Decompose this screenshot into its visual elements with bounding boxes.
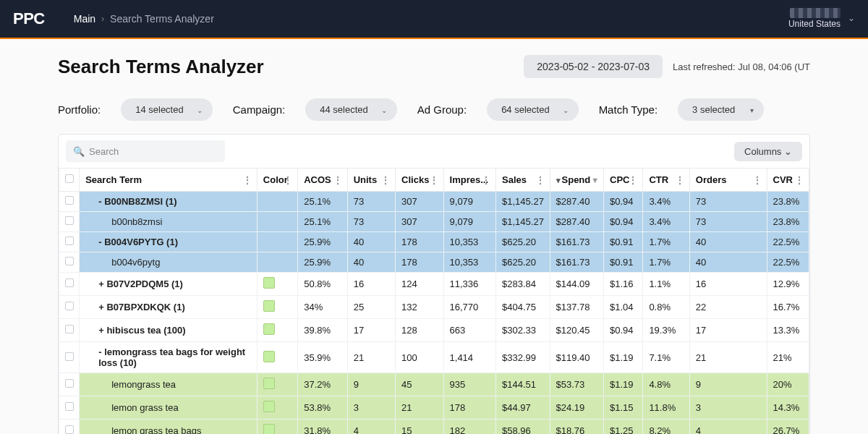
row-checkbox[interactable]: [59, 212, 80, 232]
cell-acos: 34%: [298, 296, 347, 319]
header-cpc[interactable]: CPC⋮: [604, 169, 643, 192]
chevron-down-icon: ⌄: [784, 146, 792, 157]
cell-impressions: 182: [443, 420, 495, 435]
row-checkbox[interactable]: [59, 192, 80, 212]
cell-acos: 25.1%: [298, 192, 347, 212]
table-row[interactable]: - B00NB8ZMSI (1)25.1%733079,079$1,145.27…: [59, 192, 809, 212]
table-row[interactable]: lemongrass tea37.2%945935$144.51$53.73$1…: [59, 373, 809, 396]
cell-spend: $144.09: [550, 273, 604, 296]
table-row[interactable]: + B07BPXDKQK (1)34%2513216,770$404.75$13…: [59, 296, 809, 319]
table-row[interactable]: - B004V6PYTG (1)25.9%4017810,353$625.20$…: [59, 232, 809, 252]
header-impressions[interactable]: Impres...⋮: [443, 169, 495, 192]
table-row[interactable]: b00nb8zmsi25.1%733079,079$1,145.27$287.4…: [59, 212, 809, 232]
cell-cvr: 20%: [767, 373, 809, 396]
date-range-picker[interactable]: 2023-05-02 - 2023-07-03: [524, 55, 663, 78]
account-name-blurred: [790, 8, 841, 18]
table-row[interactable]: - lemongrass tea bags for weight loss (1…: [59, 342, 809, 373]
search-input[interactable]: 🔍 Search: [66, 140, 225, 162]
row-checkbox[interactable]: [59, 373, 80, 396]
cell-spend: $161.73: [550, 252, 604, 273]
cell-orders: 17: [689, 319, 767, 342]
cell-search-term: b00nb8zmsi: [80, 212, 258, 232]
header-ctr[interactable]: CTR⋮: [643, 169, 689, 192]
more-icon[interactable]: ⋮: [794, 179, 804, 182]
row-checkbox[interactable]: [59, 232, 80, 252]
cell-color: [257, 212, 297, 232]
cell-orders: 4: [689, 420, 767, 435]
cell-units: 40: [347, 252, 395, 273]
cell-sales: $283.84: [496, 273, 550, 296]
cell-cvr: 21%: [767, 342, 809, 373]
cell-units: 3: [347, 396, 395, 420]
cell-clicks: 132: [396, 296, 443, 319]
more-icon[interactable]: ⋮: [675, 179, 685, 182]
cell-color: [257, 396, 297, 420]
header-sales[interactable]: Sales⋮: [496, 169, 550, 192]
cell-cvr: 12.9%: [767, 273, 809, 296]
header-search-term[interactable]: Search Term⋮: [80, 169, 258, 192]
cell-cpc: $1.25: [604, 420, 643, 435]
header-clicks[interactable]: Clicks⋮: [396, 169, 443, 192]
cell-acos: 53.8%: [298, 396, 347, 420]
row-checkbox[interactable]: [59, 252, 80, 273]
color-swatch: [263, 277, 275, 289]
cell-clicks: 178: [396, 232, 443, 252]
cell-search-term: lemon grass tea bags: [80, 420, 258, 435]
cell-clicks: 128: [396, 319, 443, 342]
cell-ctr: 4.8%: [643, 373, 689, 396]
more-icon[interactable]: ⋮: [242, 179, 252, 182]
more-icon[interactable]: ⋮: [283, 179, 293, 182]
header-cvr[interactable]: CVR⋮: [767, 169, 809, 192]
more-icon[interactable]: ⋮: [535, 179, 545, 182]
table-row[interactable]: lemon grass tea bags31.8%415182$58.96$18…: [59, 420, 809, 435]
campaign-filter[interactable]: 44 selected⌄: [305, 98, 397, 121]
cell-orders: 16: [689, 273, 767, 296]
more-icon[interactable]: ⋮: [481, 179, 491, 182]
table-row[interactable]: + hibiscus tea (100)39.8%17128663$302.33…: [59, 319, 809, 342]
row-checkbox[interactable]: [59, 296, 80, 319]
more-icon[interactable]: ⋮: [752, 179, 762, 182]
table-row[interactable]: lemon grass tea53.8%321178$44.97$24.19$1…: [59, 396, 809, 420]
header-acos[interactable]: ACOS⋮: [298, 169, 347, 192]
table-row[interactable]: + B07V2PDQM5 (1)50.8%1612411,336$283.84$…: [59, 273, 809, 296]
cell-impressions: 178: [443, 396, 495, 420]
cell-search-term: + B07V2PDQM5 (1): [80, 273, 258, 296]
cell-sales: $404.75: [496, 296, 550, 319]
row-checkbox[interactable]: [59, 319, 80, 342]
cell-sales: $302.33: [496, 319, 550, 342]
matchtype-filter[interactable]: 3 selected▾: [678, 98, 764, 121]
more-icon[interactable]: ⋮: [628, 179, 638, 182]
header-orders[interactable]: Orders⋮: [689, 169, 767, 192]
cell-ctr: 7.1%: [643, 342, 689, 373]
columns-selector[interactable]: Columns ⌄: [734, 142, 802, 161]
header-spend[interactable]: ▾Spend▼: [550, 169, 604, 192]
more-icon[interactable]: ⋮: [429, 179, 439, 182]
cell-spend: $161.73: [550, 232, 604, 252]
more-icon[interactable]: ⋮: [333, 179, 343, 182]
cell-impressions: 9,079: [443, 212, 495, 232]
header-units[interactable]: Units⋮: [347, 169, 395, 192]
cell-search-term: b004v6pytg: [80, 252, 258, 273]
cell-color: [257, 319, 297, 342]
cell-impressions: 663: [443, 319, 495, 342]
row-checkbox[interactable]: [59, 396, 80, 420]
cell-clicks: 45: [396, 373, 443, 396]
row-checkbox[interactable]: [59, 420, 80, 435]
portfolio-filter[interactable]: 14 selected⌄: [121, 98, 213, 121]
cell-orders: 22: [689, 296, 767, 319]
cell-clicks: 178: [396, 252, 443, 273]
row-checkbox[interactable]: [59, 342, 80, 373]
cell-cvr: 26.7%: [767, 420, 809, 435]
table-row[interactable]: b004v6pytg25.9%4017810,353$625.20$161.73…: [59, 252, 809, 273]
more-icon[interactable]: ⋮: [380, 179, 391, 182]
row-checkbox[interactable]: [59, 273, 80, 296]
breadcrumb-root[interactable]: Main: [74, 13, 95, 25]
cell-orders: 40: [689, 252, 767, 273]
header-color[interactable]: Color⋮: [257, 169, 297, 192]
cell-clicks: 15: [396, 420, 443, 435]
account-switcher[interactable]: United States ⌄: [788, 8, 855, 29]
adgroup-filter[interactable]: 64 selected⌄: [487, 98, 579, 121]
header-select-all[interactable]: [59, 169, 80, 192]
adgroup-label: Ad Group:: [417, 103, 467, 116]
funnel-icon[interactable]: ▼: [591, 179, 599, 182]
